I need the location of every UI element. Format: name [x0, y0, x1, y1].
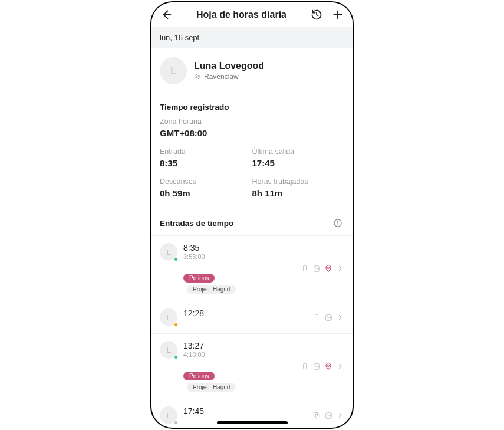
home-indicator: [217, 421, 288, 424]
pin-icon: [324, 362, 332, 370]
entry-time: 13:27: [183, 341, 295, 350]
page-title: Hoja de horas diaria: [196, 9, 286, 20]
svg-point-12: [328, 267, 330, 268]
status-dot: [174, 421, 178, 425]
user-row: L Luna Lovegood Ravenclaw: [151, 48, 353, 94]
entry-tag: Potions: [183, 372, 215, 380]
entry-time: 12:28: [183, 308, 307, 318]
out-label: Última salida: [252, 147, 345, 156]
entry-icons: [312, 313, 344, 321]
team-name: Ravenclaw: [204, 73, 239, 81]
entry-duration: 3:53:00: [183, 253, 295, 260]
m-icon: [324, 313, 332, 321]
note-icon: [301, 264, 309, 273]
m-icon: [324, 411, 332, 419]
entry-tag: Potions: [183, 274, 215, 283]
worked-value: 8h 11m: [252, 188, 345, 198]
time-entry[interactable]: L13:274:18:00PotionsProject Hagrid: [151, 334, 353, 399]
chevron-right-icon: [336, 362, 344, 370]
break-hours-row: Descansos 0h 59m Horas trabajadas 8h 11m: [151, 178, 353, 208]
time-entry[interactable]: L8:353:53:00PotionsProject Hagrid: [151, 236, 353, 301]
in-out-row: Entrada 8:35 Última salida 17:45: [151, 147, 353, 178]
entry-subtag: Project Hagrid: [187, 383, 236, 392]
entry-time: 17:45: [183, 406, 307, 416]
section-registered-title: Tiempo registrado: [151, 94, 353, 117]
m-icon: [312, 362, 321, 370]
status-dot: [174, 355, 178, 359]
svg-point-3: [196, 74, 197, 76]
entries-title: Entradas de tiempo: [160, 219, 233, 228]
entry-avatar: L: [160, 308, 177, 326]
timezone-field: Zona horaria GMT+08:00: [151, 117, 353, 147]
entry-icons: [301, 264, 344, 273]
svg-point-21: [328, 365, 330, 366]
team-icon: [194, 73, 201, 80]
svg-point-7: [337, 221, 338, 222]
worked-label: Horas trabajadas: [252, 178, 345, 186]
add-button[interactable]: [331, 8, 344, 21]
entry-avatar: L: [160, 243, 177, 261]
note-icon: [312, 313, 321, 321]
chevron-right-icon: [336, 264, 344, 273]
in-label: Entrada: [160, 147, 252, 156]
info-button[interactable]: [331, 216, 344, 229]
status-dot: [174, 323, 178, 327]
date-label: lun, 16 sept: [151, 27, 353, 48]
svg-point-4: [198, 75, 199, 76]
status-dot: [174, 257, 178, 261]
entry-body: 13:274:18:00PotionsProject Hagrid: [183, 341, 295, 392]
header: Hoja de horas diaria: [151, 2, 353, 27]
entry-subtag: Project Hagrid: [187, 285, 236, 294]
chevron-right-icon: [336, 411, 344, 419]
overlap-icon: [312, 411, 321, 419]
entry-body: 8:353:53:00PotionsProject Hagrid: [183, 243, 295, 294]
entry-duration: 4:18:00: [183, 351, 295, 358]
entry-avatar: L: [160, 341, 177, 359]
entries-list: L8:353:53:00PotionsProject HagridL12:28L…: [151, 235, 353, 429]
time-entry[interactable]: L17:45: [151, 399, 353, 429]
note-icon: [301, 362, 309, 370]
timezone-value: GMT+08:00: [160, 128, 344, 138]
out-value: 17:45: [252, 158, 345, 168]
entry-avatar: L: [160, 406, 177, 424]
break-value: 0h 59m: [160, 188, 252, 198]
history-button[interactable]: [310, 8, 323, 21]
entry-body: 12:28: [183, 308, 307, 326]
phone-frame: Hoja de horas diaria lun, 16 sept L Luna…: [150, 1, 354, 429]
in-value: 8:35: [160, 158, 252, 168]
user-team: Ravenclaw: [194, 73, 264, 81]
entry-icons: [312, 411, 344, 419]
pin-icon: [324, 264, 332, 273]
user-name: Luna Lovegood: [194, 61, 264, 71]
entries-header: Entradas de tiempo: [151, 208, 353, 235]
timezone-label: Zona horaria: [160, 117, 344, 126]
m-icon: [312, 264, 321, 273]
entry-icons: [301, 362, 344, 370]
back-button[interactable]: [160, 8, 173, 21]
time-entry[interactable]: L12:28: [151, 301, 353, 334]
chevron-right-icon: [336, 313, 344, 321]
break-label: Descansos: [160, 178, 252, 186]
entry-time: 8:35: [183, 243, 295, 252]
avatar: L: [160, 57, 187, 84]
